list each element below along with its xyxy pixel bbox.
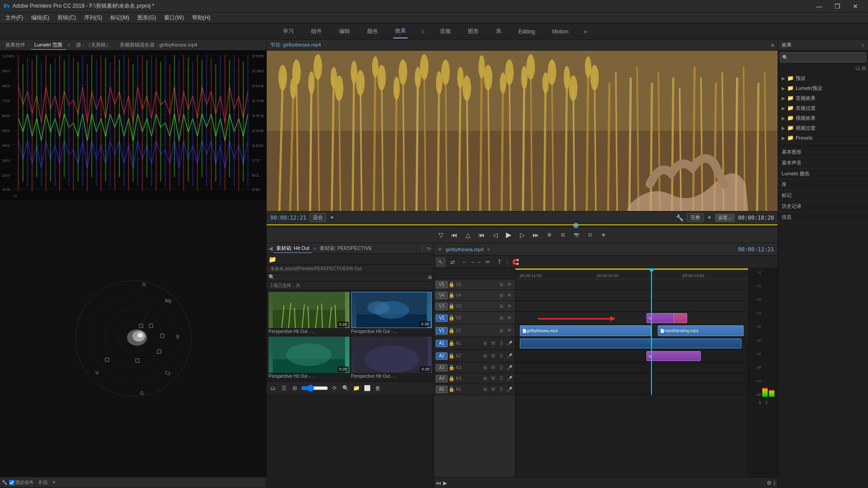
bin-item-4[interactable]: 0:20 Perspective Hit Out - ... [351, 337, 432, 380]
mark-out-button[interactable]: △ [462, 230, 473, 240]
track-row-v3[interactable] [515, 301, 748, 312]
track-a1-s[interactable]: S [498, 340, 505, 347]
track-a2-mic[interactable]: 🎤 [506, 352, 513, 360]
step-forward-button[interactable]: ⏭ [530, 230, 541, 240]
clear-button[interactable]: ⬜ [363, 384, 372, 393]
track-v1-lock[interactable]: 🔒 [448, 328, 455, 333]
track-row-a3[interactable] [515, 362, 748, 373]
track-a3-btn[interactable]: A3 [436, 364, 448, 371]
track-row-a5[interactable] [515, 384, 748, 395]
menu-graphics[interactable]: 图形(G) [134, 13, 160, 23]
list-view-button[interactable]: ☰ [279, 384, 288, 393]
clip-v1-hanstroking[interactable]: 📄 HandStroking.mp4 [658, 325, 744, 336]
track-v5-lock[interactable]: 🔒 [448, 282, 455, 287]
play-button[interactable]: ▶ [503, 230, 514, 240]
tool-razor[interactable]: ⇄ [448, 257, 458, 267]
effects-bottom-basic-graphics[interactable]: 基本图形 [778, 147, 868, 158]
settings-button[interactable]: 设置... [715, 214, 734, 222]
track-v3-eye[interactable]: 👁 [506, 303, 513, 310]
bin-item-1[interactable]: 0:20 Perspective Hit Out - ... [269, 292, 349, 335]
frame-back-button[interactable]: ◁ [490, 230, 500, 240]
track-a2-btn[interactable]: A2 [436, 352, 448, 360]
monitor-menu-icon[interactable]: ≡ [771, 42, 774, 48]
tool-pen[interactable]: ✏ [483, 257, 493, 267]
fit-dropdown[interactable]: 适合 [310, 213, 326, 222]
workspace-more-icon[interactable]: » [584, 28, 587, 35]
track-a1-lock[interactable]: 🔒 [448, 340, 455, 346]
track-v3-toggle[interactable]: ⊞ [498, 303, 505, 310]
new-preset-icon[interactable]: ⊞ [862, 65, 866, 71]
track-v3-btn[interactable]: V3 [436, 303, 448, 310]
track-v4-toggle[interactable]: ⊞ [498, 292, 505, 299]
workspace-graphics[interactable]: 图形 [466, 25, 481, 38]
new-bin-icon[interactable]: 🗂 [855, 65, 861, 71]
frame-forward-button[interactable]: ▷ [517, 230, 528, 240]
effects-item-lumetri-presets[interactable]: ▶ 📁 Lumetri预设 [778, 83, 868, 93]
automate-button[interactable]: ⟳ [330, 384, 339, 393]
track-v2-eye[interactable]: 👁 [506, 314, 513, 322]
insert-button[interactable]: ⊞ [544, 230, 555, 240]
mark-in-button[interactable]: ▽ [435, 230, 446, 240]
tool-ripple[interactable]: ↔ [459, 257, 469, 267]
timeline-play-footer[interactable]: ▶ [443, 480, 447, 486]
track-a5-lock[interactable]: 🔒 [448, 386, 455, 392]
clip-a1-audio[interactable] [520, 338, 741, 348]
tool-slip[interactable]: ←→ [471, 257, 481, 267]
effects-bottom-basic-sound[interactable]: 基本声音 [778, 158, 868, 169]
track-a1-btn[interactable]: A1 [436, 340, 448, 347]
track-a4-toggle[interactable]: ⊞ [481, 375, 489, 382]
menu-window[interactable]: 窗口(W) [160, 13, 187, 23]
track-v2-toggle[interactable]: ⊞ [498, 314, 505, 322]
bit-depth-dropdown[interactable]: ▼ [52, 480, 56, 485]
bin-item-3[interactable]: 0:20 Perspective Hit Out - ... [269, 337, 349, 380]
effects-bottom-library[interactable]: 库 [778, 179, 868, 190]
track-a2-m[interactable]: M [490, 352, 497, 360]
timeline-ruler[interactable]: 00:00:11:00 00:00:12:00 00:00:13:00 [515, 268, 748, 279]
track-v1-eye[interactable]: 👁 [506, 327, 513, 334]
track-row-v5[interactable] [515, 279, 748, 290]
bin-search-input[interactable] [277, 275, 426, 280]
track-a4-mic[interactable]: 🎤 [506, 375, 513, 382]
lumetri-scope-menu-icon[interactable]: ≡ [68, 42, 71, 47]
track-v1-btn[interactable]: V1 [436, 327, 448, 334]
safe-margins-button[interactable]: ⊡ [585, 230, 595, 240]
track-v2-btn[interactable]: V2 [436, 314, 448, 322]
track-a3-s[interactable]: S [498, 364, 505, 371]
workspace-editing2[interactable]: Editing [517, 26, 537, 38]
tab-source[interactable]: 源：（无剪辑） [72, 41, 114, 49]
clip-a2-audio[interactable]: fx [646, 351, 701, 361]
quality-dropdown[interactable]: 完整 [687, 213, 703, 222]
track-a5-toggle[interactable]: ⊞ [481, 386, 489, 393]
track-a1-m[interactable]: M [490, 340, 497, 347]
effects-item-video-transitions[interactable]: ▶ 📁 视频过渡 [778, 123, 868, 133]
wrench-icon-btn[interactable]: 🔧 [676, 214, 684, 221]
bin-nav-left[interactable]: ◀ [269, 245, 273, 252]
effects-bottom-info[interactable]: 信息 [778, 212, 868, 223]
playhead-indicator[interactable] [573, 223, 579, 228]
fit-dropdown-arrow[interactable]: ▼ [330, 215, 334, 220]
track-v4-btn[interactable]: V4 [436, 292, 448, 299]
find-button[interactable]: 🔍 [341, 384, 350, 393]
timeline-scroll-right[interactable]: ⟩ [774, 480, 776, 486]
track-a4-s[interactable]: S [498, 375, 505, 382]
effects-item-presets[interactable]: ▶ 📁 预设 [778, 73, 868, 83]
track-row-v2[interactable]: fx [515, 312, 748, 324]
effects-item-audio-transitions[interactable]: ▶ 📁 音频过渡 [778, 103, 868, 113]
track-a4-lock[interactable]: 🔒 [448, 375, 455, 381]
bin-view-icon[interactable]: ⊞ [428, 275, 432, 280]
effects-bottom-history[interactable]: 历史记录 [778, 201, 868, 212]
bin-more-icon[interactable]: ⋮ [420, 245, 425, 252]
workspace-learn[interactable]: 学习 [281, 25, 296, 38]
track-a5-m[interactable]: M [490, 386, 497, 393]
workspace-effects[interactable]: 效果 [393, 24, 408, 38]
track-v5-btn[interactable]: V5 [436, 281, 448, 288]
step-back-button[interactable]: ⏮ [476, 230, 487, 240]
timeline-tab[interactable]: girlbythesea.mp4 [446, 247, 484, 252]
track-a4-m[interactable]: M [490, 375, 497, 382]
track-a5-btn[interactable]: A5 [436, 386, 448, 393]
delete-button[interactable]: 🗑 [373, 384, 382, 393]
new-folder-button[interactable]: 📁 [352, 384, 361, 393]
track-row-a4[interactable] [515, 373, 748, 384]
track-row-a1[interactable] [515, 337, 748, 350]
track-a3-mic[interactable]: 🎤 [506, 364, 513, 371]
